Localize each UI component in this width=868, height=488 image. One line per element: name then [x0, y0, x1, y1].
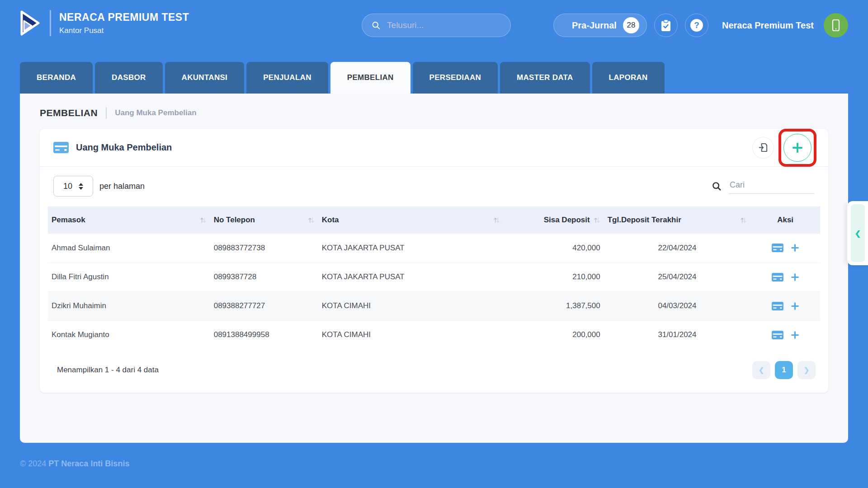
column-header-aksi: Aksi	[777, 216, 793, 225]
tab-pembelian[interactable]: PEMBELIAN	[330, 62, 410, 94]
tab-beranda[interactable]: BERANDA	[20, 62, 93, 94]
cell-kota: KOTA CIMAHI	[318, 291, 504, 320]
sort-icon[interactable]	[200, 217, 207, 224]
clipboard-check-icon	[661, 19, 671, 32]
pagination: ❮ 1 ❯	[752, 361, 816, 379]
plus-icon	[791, 141, 804, 154]
deposit-detail-button[interactable]	[772, 244, 783, 252]
add-deposit-button[interactable]	[791, 273, 799, 282]
add-deposit-button[interactable]	[791, 302, 799, 310]
export-file-icon	[758, 142, 769, 153]
plus-icon	[791, 273, 799, 282]
tab-master-data[interactable]: MASTER DATA	[500, 62, 590, 94]
chevron-right-icon: ❯	[804, 366, 810, 374]
add-uang-muka-button[interactable]	[783, 134, 811, 162]
chevron-left-icon: ❮	[759, 366, 764, 374]
cell-pemasok: Ahmad Sulaiman	[48, 234, 210, 263]
breadcrumb-section: PEMBELIAN	[40, 108, 98, 118]
plus-icon	[791, 244, 799, 252]
table-search-input[interactable]	[729, 178, 815, 194]
deposit-detail-button[interactable]	[772, 331, 783, 339]
column-header-no-telepon: No Telepon	[214, 216, 255, 225]
tab-dasbor[interactable]: DASBOR	[95, 62, 162, 94]
table-footer: Menampilkan 1 - 4 dari 4 data ❮ 1 ❯	[40, 349, 828, 393]
tasks-button[interactable]	[654, 14, 678, 37]
annotation-highlight	[778, 129, 816, 167]
add-deposit-button[interactable]	[791, 331, 799, 339]
cell-tgl-deposit: 31/01/2024	[604, 320, 751, 349]
deposit-table: Pemasok No Telepon Kota Sisa Deposit Tgl…	[48, 206, 820, 349]
pra-jurnal-badge: 28	[623, 17, 639, 33]
tab-laporan[interactable]: LAPORAN	[592, 62, 665, 94]
phone-icon	[830, 19, 842, 32]
page: NERACA PREMIUM TEST Kantor Pusat Pra-Jur…	[0, 0, 868, 488]
table-row: Ahmad Sulaiman 089883772738 KOTA JAKARTA…	[48, 234, 820, 263]
app-subtitle: Kantor Pusat	[59, 26, 189, 35]
sort-icon[interactable]	[493, 217, 500, 224]
copyright: © 2024 PT Neraca Inti Bisnis	[20, 459, 129, 469]
copyright-company: PT Neraca Inti Bisnis	[48, 459, 129, 468]
breadcrumb: PEMBELIAN Uang Muka Pembelian	[20, 94, 848, 120]
top-bar: NERACA PREMIUM TEST Kantor Pusat Pra-Jur…	[0, 0, 868, 50]
table-row: Dzikri Muhaimin 089388277727 KOTA CIMAHI…	[48, 291, 820, 320]
question-icon: ?	[690, 19, 703, 32]
pra-jurnal-button[interactable]: Pra-Jurnal 28	[553, 14, 647, 37]
uang-muka-pembelian-card: Uang Muka Pembelian	[40, 129, 828, 393]
main-nav: BERANDA DASBOR AKUNTANSI PENJUALAN PEMBE…	[20, 62, 848, 94]
cell-sisa-deposit: 210,000	[504, 263, 604, 291]
cell-sisa-deposit: 1,387,500	[504, 291, 604, 320]
tab-persediaan[interactable]: PERSEDIAAN	[413, 62, 498, 94]
deposit-detail-button[interactable]	[772, 302, 783, 310]
table-header-row: Pemasok No Telepon Kota Sisa Deposit Tgl…	[48, 206, 820, 234]
tab-penjualan[interactable]: PENJUALAN	[246, 62, 328, 94]
app-logo-icon	[18, 9, 42, 37]
table-summary: Menampilkan 1 - 4 dari 4 data	[52, 366, 159, 375]
global-search-input[interactable]	[387, 20, 501, 30]
export-button[interactable]	[752, 137, 774, 159]
cell-kota: KOTA CIMAHI	[318, 320, 504, 349]
content-area: PEMBELIAN Uang Muka Pembelian Uang Muka …	[20, 94, 848, 443]
select-arrows-icon	[79, 183, 83, 190]
tab-akuntansi[interactable]: AKUNTANSI	[165, 62, 245, 94]
chevron-left-icon: ❮	[851, 204, 865, 262]
credit-card-icon	[53, 142, 69, 153]
cell-tgl-deposit: 04/03/2024	[604, 291, 751, 320]
pagination-next-button[interactable]: ❯	[797, 361, 816, 379]
global-search[interactable]	[362, 14, 511, 37]
breadcrumb-page: Uang Muka Pembelian	[115, 108, 196, 117]
pagination-page-1-button[interactable]: 1	[775, 361, 793, 379]
add-deposit-button[interactable]	[791, 244, 799, 252]
brand-divider	[50, 10, 51, 36]
cell-sisa-deposit: 200,000	[504, 320, 604, 349]
sort-icon[interactable]	[308, 217, 315, 224]
per-page-select[interactable]: 10	[53, 176, 93, 197]
table-search	[712, 178, 815, 194]
column-header-kota: Kota	[322, 216, 339, 225]
sort-icon[interactable]	[594, 217, 600, 224]
topbar-right: Pra-Jurnal 28 ? Neraca Premium Test	[553, 13, 848, 38]
per-page-label: per halaman	[99, 182, 145, 191]
column-header-tgl-deposit: Tgl.Deposit Terakhir	[608, 216, 681, 225]
cell-kota: KOTA JAKARTA PUSAT	[318, 234, 504, 263]
cell-sisa-deposit: 420,000	[504, 234, 604, 263]
cell-tgl-deposit: 25/04/2024	[604, 263, 751, 291]
sort-icon[interactable]	[740, 217, 747, 224]
breadcrumb-divider	[106, 107, 107, 119]
help-button[interactable]: ?	[685, 14, 708, 37]
cell-no-telepon: 089388277727	[210, 291, 318, 320]
pagination-prev-button[interactable]: ❮	[752, 361, 770, 379]
cell-tgl-deposit: 22/04/2024	[604, 234, 751, 263]
user-avatar[interactable]	[824, 13, 848, 38]
column-header-sisa-deposit: Sisa Deposit	[544, 216, 590, 225]
search-icon	[712, 181, 722, 191]
plus-icon	[791, 302, 799, 310]
deposit-detail-button[interactable]	[772, 273, 783, 282]
search-icon	[371, 20, 381, 31]
cell-kota: KOTA JAKARTA PUSAT	[318, 263, 504, 291]
table-row: Dilla Fitri Agustin 0899387728 KOTA JAKA…	[48, 263, 820, 291]
card-header: Uang Muka Pembelian	[40, 129, 828, 167]
table-row: Kontak Mugianto 0891388499958 KOTA CIMAH…	[48, 320, 820, 349]
cell-pemasok: Dilla Fitri Agustin	[48, 263, 210, 291]
cell-pemasok: Dzikri Muhaimin	[48, 291, 210, 320]
collapse-panel-button[interactable]: ❮	[847, 201, 868, 265]
